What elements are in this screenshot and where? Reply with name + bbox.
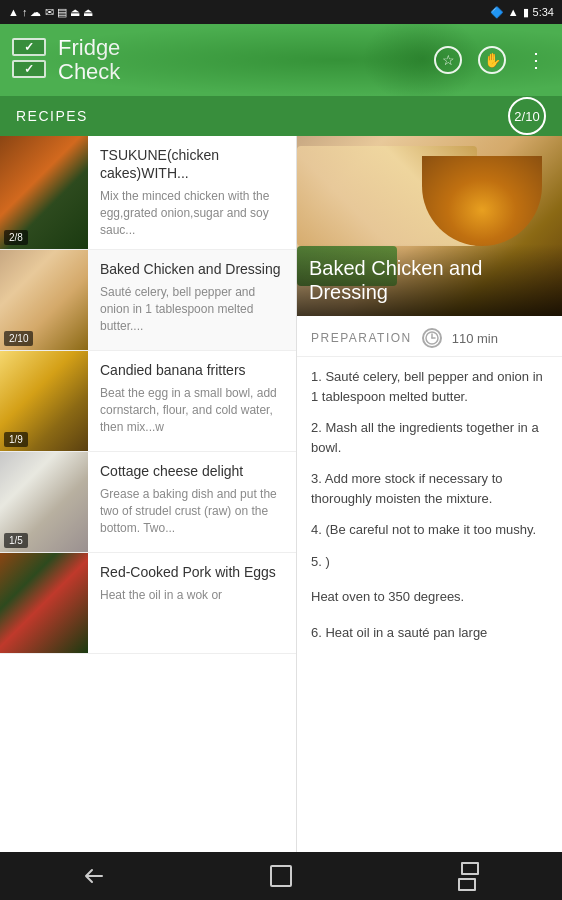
status-icons: ▲ ↑ ☁ ✉ ▤ ⏏ ⏏	[8, 6, 93, 19]
recipe-badge: 2/10	[4, 331, 33, 346]
recipe-steps: 1. Sauté celery, bell pepper and onion i…	[297, 357, 562, 664]
bluetooth-icon: 🔷	[490, 6, 504, 19]
recipe-description: Beat the egg in a small bowl, add cornst…	[100, 385, 284, 435]
hand-icon: ✋	[484, 52, 501, 68]
star-icon: ☆	[442, 52, 455, 68]
status-bar-right: 🔷 ▲ ▮ 5:34	[490, 6, 554, 19]
app-bar-actions: ☆ ✋ ⋮	[434, 46, 550, 74]
recipe-badge: 1/9	[4, 432, 28, 447]
counter-value: 2/10	[514, 109, 539, 124]
detail-title-overlay: Baked Chicken and Dressing	[297, 244, 562, 316]
recipe-thumbnail: 2/10	[0, 250, 88, 350]
recipe-name: Cottage cheese delight	[100, 462, 284, 480]
recipe-step: 6. Heat oil in a sauté pan large	[311, 623, 548, 643]
main-content: 2/8 TSUKUNE(chicken cakes)WITH... Mix th…	[0, 136, 562, 852]
recipe-list-item[interactable]: 2/10 Baked Chicken and Dressing Sauté ce…	[0, 250, 296, 351]
back-button[interactable]	[64, 858, 124, 894]
app-title-line1: Fridge	[58, 36, 120, 60]
recipe-detail-panel: Baked Chicken and Dressing PREPARATION 1…	[297, 136, 562, 852]
recipe-list-item[interactable]: 1/9 Candied banana fritters Beat the egg…	[0, 351, 296, 452]
wifi-icon: ▲	[508, 6, 519, 18]
recipe-step: 1. Sauté celery, bell pepper and onion i…	[311, 367, 548, 406]
recipe-thumbnail: 1/5	[0, 452, 88, 552]
section-header: RECIPES 2/10	[0, 96, 562, 136]
recipe-step: Heat oven to 350 degrees.	[311, 587, 548, 607]
recipe-description: Heat the oil in a wok or	[100, 587, 284, 604]
recipe-step: 3. Add more stock if necessary to thorou…	[311, 469, 548, 508]
home-icon	[270, 865, 292, 887]
recent-apps-button[interactable]	[438, 858, 498, 894]
recipe-info: Candied banana fritters Beat the egg in …	[88, 351, 296, 451]
recipe-description: Sauté celery, bell pepper and onion in 1…	[100, 284, 284, 334]
recipe-list-item[interactable]: 2/8 TSUKUNE(chicken cakes)WITH... Mix th…	[0, 136, 296, 250]
app-logo: Fridge Check	[12, 36, 120, 84]
detail-image: Baked Chicken and Dressing	[297, 136, 562, 316]
recipe-name: Candied banana fritters	[100, 361, 284, 379]
status-bar: ▲ ↑ ☁ ✉ ▤ ⏏ ⏏ 🔷 ▲ ▮ 5:34	[0, 0, 562, 24]
app-title-line2: Check	[58, 60, 120, 84]
recipe-badge: 1/5	[4, 533, 28, 548]
detail-recipe-title: Baked Chicken and Dressing	[309, 256, 550, 304]
battery-icon: ▮	[523, 6, 529, 19]
time-display: 5:34	[533, 6, 554, 18]
home-button[interactable]	[251, 858, 311, 894]
status-bar-left: ▲ ↑ ☁ ✉ ▤ ⏏ ⏏	[8, 6, 93, 19]
recipe-step: 2. Mash all the ingredients together in …	[311, 418, 548, 457]
recipe-step: 4. (Be careful not to make it too mushy.	[311, 520, 548, 540]
more-options-button[interactable]: ⋮	[522, 46, 550, 74]
checkbox-bottom	[12, 60, 46, 78]
recipe-name: Baked Chicken and Dressing	[100, 260, 284, 278]
recipe-step: 5. )	[311, 552, 548, 572]
clock-icon	[422, 328, 442, 348]
recent-icon-back	[461, 862, 479, 875]
prep-label: PREPARATION	[311, 331, 412, 345]
recipe-thumbnail: 1/9	[0, 351, 88, 451]
filter-button[interactable]: ✋	[478, 46, 506, 74]
checkbox-top	[12, 38, 46, 56]
prep-time-value: 110 min	[452, 331, 498, 346]
recent-icon-front	[458, 878, 476, 891]
app-bar: Fridge Check ☆ ✋ ⋮	[0, 24, 562, 96]
logo-checkboxes	[12, 38, 48, 82]
recipe-thumbnail: 2/8	[0, 136, 88, 249]
preparation-header: PREPARATION 110 min	[297, 316, 562, 357]
favorites-button[interactable]: ☆	[434, 46, 462, 74]
bottom-nav	[0, 852, 562, 900]
recipe-info: TSUKUNE(chicken cakes)WITH... Mix the mi…	[88, 136, 296, 249]
recipe-thumbnail	[0, 553, 88, 653]
app-title: Fridge Check	[58, 36, 120, 84]
recipe-info: Red-Cooked Pork with Eggs Heat the oil i…	[88, 553, 296, 653]
recipe-info: Baked Chicken and Dressing Sauté celery,…	[88, 250, 296, 350]
recipe-description: Mix the minced chicken with the egg,grat…	[100, 188, 284, 238]
recipe-info: Cottage cheese delight Grease a baking d…	[88, 452, 296, 552]
recipe-list-item[interactable]: 1/5 Cottage cheese delight Grease a baki…	[0, 452, 296, 553]
section-title: RECIPES	[16, 108, 88, 124]
recipe-counter-badge: 2/10	[508, 97, 546, 135]
recipe-name: Red-Cooked Pork with Eggs	[100, 563, 284, 581]
more-icon: ⋮	[526, 48, 546, 72]
recipe-name: TSUKUNE(chicken cakes)WITH...	[100, 146, 284, 182]
recipe-badge: 2/8	[4, 230, 28, 245]
recipe-list-item[interactable]: Red-Cooked Pork with Eggs Heat the oil i…	[0, 553, 296, 654]
recipe-list: 2/8 TSUKUNE(chicken cakes)WITH... Mix th…	[0, 136, 297, 852]
recipe-description: Grease a baking dish and put the two of …	[100, 486, 284, 536]
